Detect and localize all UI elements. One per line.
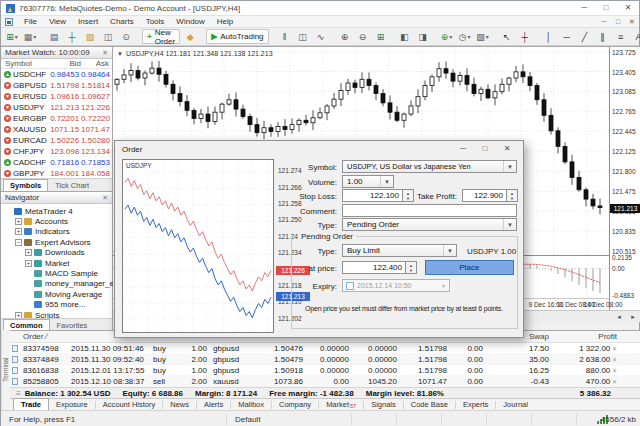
tab-company[interactable]: Company: [272, 399, 318, 410]
market-watch-row-eurgbp[interactable]: ▼EURGBP0.722010.72220: [1, 113, 112, 124]
window-close-button[interactable]: ✕: [617, 1, 639, 15]
menu-item-view[interactable]: View: [43, 16, 72, 28]
bar-chart-icon[interactable]: ‖: [277, 29, 293, 44]
periods-icon[interactable]: ◷▾: [457, 29, 473, 44]
menu-item-tools[interactable]: Tools: [140, 16, 171, 28]
navigator-item-accounts[interactable]: +Accounts: [1, 216, 112, 226]
market-watch-icon[interactable]: ▤: [46, 29, 62, 44]
strategy-tester-icon[interactable]: ⊙: [118, 29, 134, 44]
dialog-minimize-button[interactable]: ─: [455, 143, 471, 155]
navigator-item-market[interactable]: +Market: [1, 258, 112, 268]
window-minimize-button[interactable]: ─: [573, 1, 595, 15]
fibonacci-icon[interactable]: ≡: [613, 29, 629, 44]
close-position-icon[interactable]: ✕: [610, 357, 617, 363]
one-click-trading-toggle[interactable]: ▼: [117, 51, 123, 57]
market-watch-row-xauusd[interactable]: ▼XAUUSD1071.151071.47: [1, 124, 112, 135]
market-watch-row-cadchf[interactable]: ▲CADCHF0.718160.71853: [1, 157, 112, 168]
chevron-down-icon[interactable]: ▼: [503, 219, 516, 230]
child-restore-button[interactable]: □: [611, 18, 625, 26]
navigator-header[interactable]: Navigator ✕: [1, 192, 112, 204]
menu-item-window[interactable]: Window: [170, 16, 210, 28]
menu-item-charts[interactable]: Charts: [104, 16, 140, 28]
tab-market[interactable]: Market57: [319, 399, 363, 410]
indicators-icon[interactable]: ⊕▾: [439, 29, 455, 44]
expiry-checkbox[interactable]: [346, 282, 354, 290]
cascade-windows-icon[interactable]: ◨: [415, 29, 431, 44]
expiry-input[interactable]: 2015.12.14 10:50 ▼: [342, 279, 450, 292]
order-row-83374598[interactable]: 833745982015.11.30 09:51:46buy1.00gbpusd…: [10, 343, 640, 354]
market-watch-row-chfjpy[interactable]: ▼CHFJPY123.098123.134: [1, 146, 112, 157]
new-order-button[interactable]: +New Order: [142, 29, 180, 44]
chevron-down-icon[interactable]: ▼: [380, 176, 393, 187]
menu-item-help[interactable]: Help: [211, 16, 239, 28]
tab-code-base[interactable]: Code Base: [404, 399, 455, 410]
expand-icon[interactable]: +: [15, 218, 22, 225]
dialog-close-button[interactable]: ✕: [499, 143, 515, 155]
close-icon[interactable]: ✕: [102, 49, 108, 57]
crosshair-icon[interactable]: ┼: [517, 29, 533, 44]
tab-mailbox[interactable]: Mailbox: [231, 399, 271, 410]
trendline-icon[interactable]: ╱: [577, 29, 593, 44]
tab-exposure[interactable]: Exposure: [49, 399, 95, 410]
order-row-83374849[interactable]: 833748492015.11.30 09:52:40buy2.00gbpusd…: [10, 354, 640, 365]
close-position-icon[interactable]: ✕: [610, 368, 617, 374]
menu-item-file[interactable]: File: [18, 16, 43, 28]
cursor-icon[interactable]: ↖: [499, 29, 515, 44]
close-icon[interactable]: ✕: [102, 194, 108, 202]
order-row-83616838[interactable]: 836168382015.12.01 13:17:55buy1.00gbpusd…: [10, 365, 640, 376]
channel-icon[interactable]: ∥: [595, 29, 611, 44]
child-close-button[interactable]: ✕: [625, 18, 639, 26]
text-icon[interactable]: A: [631, 29, 640, 44]
child-minimize-button[interactable]: ─: [597, 18, 611, 26]
navigator-item-money-manager-ea[interactable]: money_manager_ea: [1, 279, 112, 289]
dialog-maximize-button[interactable]: □: [477, 143, 493, 155]
close-position-icon[interactable]: ✕: [610, 379, 617, 385]
menu-item-insert[interactable]: Insert: [72, 16, 104, 28]
tab-tick-chart[interactable]: Tick Chart: [48, 179, 96, 191]
symbol-select[interactable]: USDJPY, US Dollar vs Japanese Yen ▼: [342, 160, 517, 173]
at-price-stepper[interactable]: ▲▼: [406, 261, 417, 274]
horizontal-line-icon[interactable]: ─: [559, 29, 575, 44]
line-chart-icon[interactable]: ∿: [313, 29, 329, 44]
at-price-input[interactable]: 122.400: [342, 261, 406, 274]
scroll-right-icon[interactable]: ▸: [627, 312, 639, 322]
tab-journal[interactable]: Journal: [496, 399, 535, 410]
navigator-item-downloads[interactable]: +Downloads: [1, 248, 112, 258]
profiles-icon[interactable]: ▦▾: [22, 29, 38, 44]
tab-account-history[interactable]: Account History: [96, 399, 163, 410]
new-chart-icon[interactable]: ⊞▾: [4, 29, 20, 44]
scroll-left-icon[interactable]: ◂: [613, 312, 625, 322]
take-profit-input[interactable]: 122.900: [462, 189, 507, 202]
zoom-out-icon[interactable]: ⊖: [355, 29, 371, 44]
take-profit-stepper[interactable]: ▲▼: [507, 189, 518, 202]
market-watch-row-usdchf[interactable]: ▲USDCHF0.984530.98464: [1, 69, 112, 80]
collapse-icon[interactable]: −: [15, 239, 22, 246]
arrange-windows-icon[interactable]: ◧: [397, 29, 413, 44]
market-watch-row-eurcad[interactable]: ▼EURCAD1.502261.50280: [1, 135, 112, 146]
navigator-item-metatrader-4[interactable]: MetaTrader 4: [1, 206, 112, 216]
market-watch-row-gbpusd[interactable]: ▼GBPUSD1.517981.51814: [1, 80, 112, 91]
navigator-item-macd-sample[interactable]: MACD Sample: [1, 268, 112, 278]
close-position-icon[interactable]: ✕: [610, 346, 617, 352]
expand-icon[interactable]: +: [25, 249, 32, 256]
chart-window-icon[interactable]: [5, 18, 13, 26]
navigator-icon[interactable]: ▨: [82, 29, 98, 44]
zoom-in-icon[interactable]: ⊕: [337, 29, 353, 44]
order-type-select[interactable]: Pending Order ▼: [342, 218, 517, 231]
status-profile[interactable]: Default: [235, 415, 260, 424]
tab-trade[interactable]: Trade: [13, 398, 49, 410]
navigator-item-indicators[interactable]: +Indicators: [1, 227, 112, 237]
tab-news[interactable]: News: [163, 399, 196, 410]
chevron-down-icon[interactable]: ▼: [503, 161, 516, 172]
market-watch-row-eurusd[interactable]: ▼EURUSD1.096161.09627: [1, 91, 112, 102]
tab-signals[interactable]: Signals: [364, 399, 403, 410]
tab-alerts[interactable]: Alerts: [197, 399, 230, 410]
navigator-item-955-more-[interactable]: 955 more...: [1, 300, 112, 310]
market-watch-header[interactable]: Market Watch: 10:00:09 ✕: [1, 47, 112, 59]
metaeditor-icon[interactable]: ◆: [182, 29, 198, 44]
pending-type-select[interactable]: Buy Limit ▼: [342, 244, 457, 257]
terminal-icon[interactable]: ◫: [100, 29, 116, 44]
tab-symbols[interactable]: Symbols: [3, 179, 48, 191]
place-order-button[interactable]: Place: [425, 260, 514, 275]
window-maximize-button[interactable]: □: [595, 1, 617, 15]
